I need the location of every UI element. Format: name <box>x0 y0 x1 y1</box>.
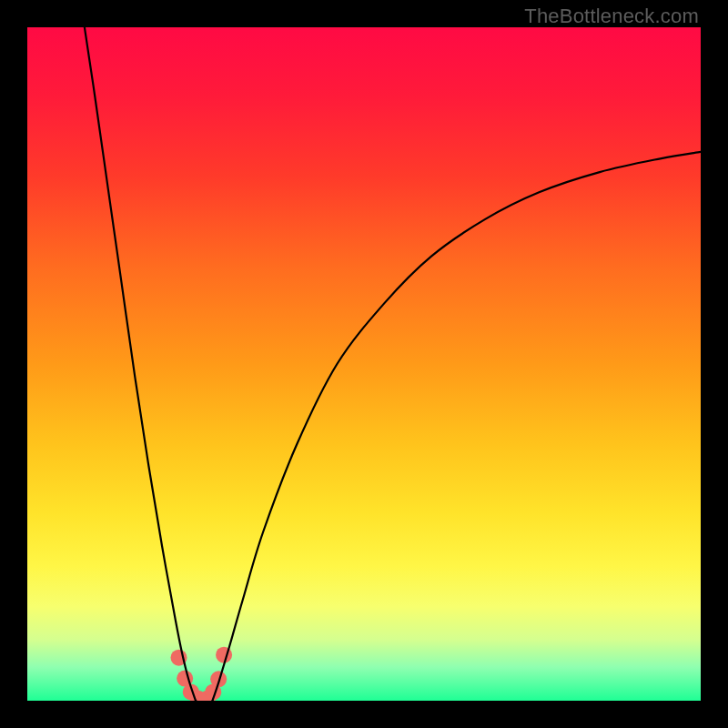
watermark-text: TheBottleneck.com <box>524 5 699 28</box>
valley-markers <box>171 647 233 701</box>
chart-frame: TheBottleneck.com <box>0 0 728 728</box>
chart-curves <box>27 27 701 701</box>
series-left-branch <box>85 27 196 701</box>
series-right-branch <box>213 152 702 701</box>
valley-marker-dot <box>216 647 232 663</box>
plot-area <box>27 27 701 701</box>
